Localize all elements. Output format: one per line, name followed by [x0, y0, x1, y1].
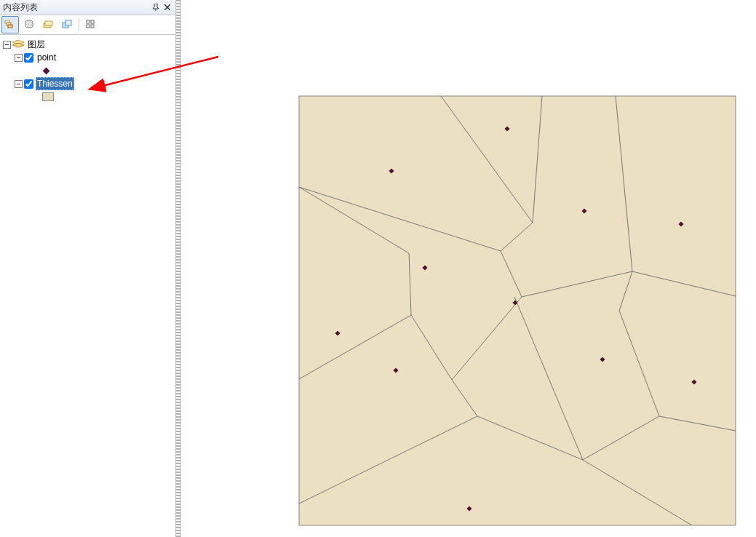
list-by-selection-button[interactable]: [58, 16, 76, 33]
svg-rect-2: [8, 25, 12, 28]
layer-label-point[interactable]: point: [36, 51, 57, 64]
toc-titlebar: 内容列表: [0, 0, 175, 15]
svg-rect-7: [65, 20, 71, 25]
tree-layer-row-thiessen[interactable]: Thiessen: [1, 77, 174, 90]
svg-marker-13: [12, 43, 24, 47]
map-svg: [181, 0, 756, 537]
close-icon[interactable]: [162, 2, 172, 12]
polygon-symbol-icon: [42, 92, 54, 101]
table-of-contents-panel: 内容列表: [0, 0, 176, 537]
toc-toolbar: [0, 15, 175, 35]
options-button[interactable]: [82, 16, 100, 33]
list-by-drawing-order-button[interactable]: [1, 16, 19, 33]
panel-splitter[interactable]: [176, 0, 181, 537]
svg-rect-5: [45, 21, 52, 25]
point-symbol-icon: [43, 67, 50, 74]
svg-rect-9: [91, 20, 94, 23]
svg-rect-8: [87, 20, 89, 23]
tree-symbol-row-thiessen[interactable]: [1, 90, 174, 103]
expand-toggle-icon[interactable]: [3, 41, 11, 49]
svg-rect-11: [91, 25, 94, 28]
list-by-visibility-button[interactable]: [39, 16, 57, 33]
layer-visibility-checkbox[interactable]: [24, 79, 33, 89]
tree-symbol-row-point[interactable]: [1, 64, 174, 77]
tree-root-row[interactable]: 图层: [1, 38, 174, 51]
layer-visibility-checkbox[interactable]: [24, 53, 33, 63]
svg-rect-15: [299, 96, 736, 525]
expand-toggle-icon[interactable]: [15, 54, 23, 62]
map-canvas[interactable]: [181, 0, 756, 537]
toolbar-separator: [79, 18, 79, 31]
expand-toggle-icon[interactable]: [15, 80, 23, 88]
pin-icon[interactable]: [151, 2, 161, 12]
tree-layer-row-point[interactable]: point: [1, 51, 174, 64]
layer-label-thiessen[interactable]: Thiessen: [36, 77, 74, 90]
list-by-source-button[interactable]: [20, 16, 38, 33]
toc-tree[interactable]: 图层 point Thiessen: [0, 35, 175, 537]
svg-rect-10: [87, 25, 89, 28]
layers-icon: [12, 40, 24, 49]
root-label[interactable]: 图层: [26, 38, 47, 51]
toc-title: 内容列表: [3, 0, 149, 15]
